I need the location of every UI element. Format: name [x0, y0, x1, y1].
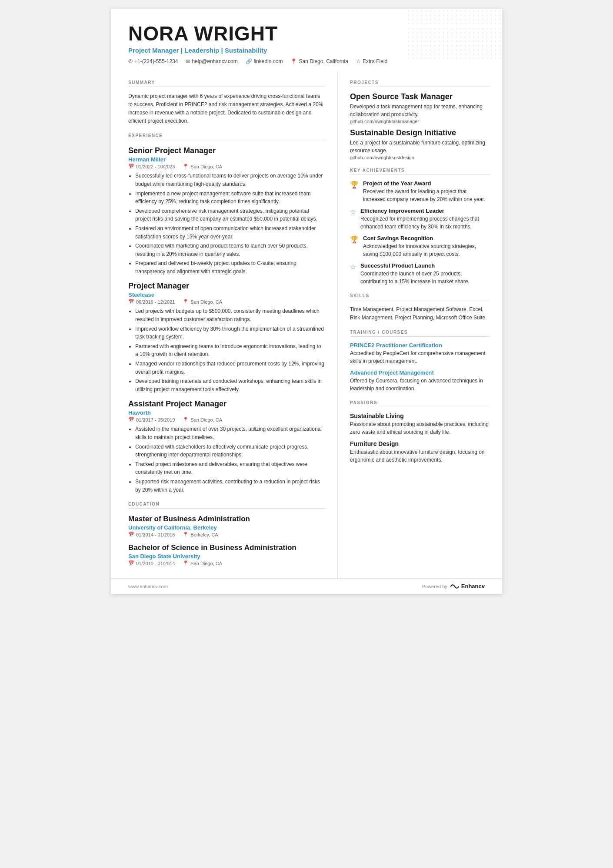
bullet-item: Developed training materials and conduct…: [135, 377, 325, 393]
contact-extra-text: Extra Field: [363, 58, 387, 64]
edu-degree-0: Master of Business Administration: [128, 515, 325, 523]
job-title-1: Project Manager: [128, 282, 325, 291]
star-icon-3: ☆: [350, 263, 356, 285]
job-company-1: Steelcase: [128, 292, 325, 298]
bullet-item: Successfully led cross-functional teams …: [135, 172, 325, 188]
edu-degree-1: Bachelor of Science in Business Administ…: [128, 543, 325, 552]
bullet-item: Coordinated with marketing and product t…: [135, 242, 325, 258]
summary-label: SUMMARY: [128, 80, 325, 87]
achievement-content-3: Successful Product Launch Coordinated th…: [360, 262, 490, 285]
contact-bar: ✆ +1-(234)-555-1234 ✉ help@enhancv.com 🔗…: [128, 58, 485, 64]
education-label: EDUCATION: [128, 502, 325, 509]
training-entry-0: PRINCE2 Practitioner Certification Accre…: [350, 342, 490, 365]
bullet-item: Improved workflow efficiency by 30% thro…: [135, 325, 325, 341]
enhancv-logo: Enhancv: [450, 583, 485, 590]
contact-linkedin: 🔗 linkedin.com: [246, 58, 283, 64]
contact-phone-text: +1-(234)-555-1234: [134, 58, 178, 64]
edu-meta-0: 📅 01/2014 - 01/2016 📍 Berkeley, CA: [128, 532, 325, 537]
passion-title-0: Sustainable Living: [350, 412, 490, 419]
job-location-1: 📍 San Diego, CA: [183, 299, 222, 305]
footer: www.enhancv.com Powered by Enhancv: [111, 578, 502, 594]
achievement-desc-2: Acknowledged for innovative sourcing str…: [363, 242, 490, 258]
achievement-content-2: Cost Savings Recognition Acknowledged fo…: [363, 235, 490, 258]
training-desc-1: Offered by Coursera, focusing on advance…: [350, 377, 490, 392]
job-entry-0: Senior Project Manager Herman Miller 📅 0…: [128, 146, 325, 275]
calendar-icon: 📅: [128, 164, 134, 169]
job-meta-0: 📅 01/2022 - 10/2023 📍 San Diego, CA: [128, 164, 325, 169]
project-link-1: github.com/nwright/sustdesign: [350, 155, 490, 160]
experience-label: EXPERIENCE: [128, 133, 325, 140]
job-company-2: Haworth: [128, 409, 325, 416]
passion-entry-0: Sustainable Living Passionate about prom…: [350, 412, 490, 436]
job-bullets-0: Successfully led cross-functional teams …: [128, 172, 325, 275]
location-icon-edu0: 📍: [183, 532, 189, 537]
passion-desc-1: Enthusiastic about innovative furniture …: [350, 448, 490, 464]
achievement-desc-3: Coordinated the launch of over 25 produc…: [360, 270, 490, 285]
phone-icon: ✆: [128, 58, 133, 64]
bullet-item: Developed comprehensive risk management …: [135, 207, 325, 223]
job-meta-1: 📅 06/2019 - 12/2021 📍 San Diego, CA: [128, 299, 325, 305]
contact-location-text: San Diego, California: [299, 58, 348, 64]
trophy-icon-2: 🏆: [350, 235, 359, 258]
bullet-item: Fostered an environment of open communic…: [135, 225, 325, 241]
job-bullets-2: Assisted in the management of over 30 pr…: [128, 425, 325, 494]
job-location-0: 📍 San Diego, CA: [183, 164, 222, 169]
job-location-2: 📍 San Diego, CA: [183, 417, 222, 422]
bullet-item: Tracked project milestones and deliverab…: [135, 460, 325, 476]
project-entry-1: Sustainable Design Initiative Led a proj…: [350, 128, 490, 160]
job-date-2: 📅 01/2017 - 05/2019: [128, 417, 175, 422]
training-desc-0: Accredited by PeopleCert for comprehensi…: [350, 349, 490, 365]
location-icon-job2: 📍: [183, 417, 189, 422]
bullet-item: Partnered with engineering teams to intr…: [135, 342, 325, 359]
link-icon: 🔗: [246, 58, 252, 64]
star-icon: ☆: [356, 58, 361, 64]
project-title-1: Sustainable Design Initiative: [350, 128, 490, 137]
project-link-0: github.com/nwright/taskmanager: [350, 119, 490, 124]
candidate-title: Project Manager | Leadership | Sustainab…: [128, 47, 485, 54]
training-title-0: PRINCE2 Practitioner Certification: [350, 342, 490, 349]
achievement-desc-0: Received the award for leading a project…: [363, 188, 490, 203]
contact-phone: ✆ +1-(234)-555-1234: [128, 58, 178, 64]
training-label: TRAINING / COURSES: [350, 330, 490, 337]
job-title-0: Senior Project Manager: [128, 146, 325, 155]
passion-title-1: Furniture Design: [350, 440, 490, 447]
enhancv-brand-name: Enhancv: [461, 583, 485, 590]
header-section: NORA WRIGHT Project Manager | Leadership…: [111, 9, 502, 71]
achievement-title-0: Project of the Year Award: [363, 180, 490, 187]
edu-entry-0: Master of Business Administration Univer…: [128, 515, 325, 537]
project-title-0: Open Source Task Manager: [350, 92, 490, 101]
contact-email: ✉ help@enhancv.com: [186, 58, 237, 64]
passion-desc-0: Passionate about promoting sustainable p…: [350, 420, 490, 436]
achievements-label: KEY ACHIEVEMENTS: [350, 168, 490, 175]
bullet-item: Implemented a new project management sof…: [135, 190, 325, 206]
project-desc-0: Developed a task management app for team…: [350, 103, 490, 119]
enhancv-logo-icon: [450, 583, 460, 590]
achievement-item-0: 🏆 Project of the Year Award Received the…: [350, 180, 490, 203]
location-icon-job0: 📍: [183, 164, 189, 169]
resume-container: NORA WRIGHT Project Manager | Leadership…: [111, 9, 502, 594]
powered-by-text: Powered by: [422, 584, 447, 589]
project-entry-0: Open Source Task Manager Developed a tas…: [350, 92, 490, 124]
bullet-item: Supported risk management activities, co…: [135, 478, 325, 494]
projects-label: PROJECTS: [350, 80, 490, 87]
job-company-0: Herman Miller: [128, 156, 325, 163]
edu-school-1: San Diego State University: [128, 553, 325, 560]
contact-extra: ☆ Extra Field: [356, 58, 387, 64]
right-column: PROJECTS Open Source Task Manager Develo…: [338, 71, 502, 579]
star-icon-1: ☆: [350, 208, 356, 231]
achievement-content-0: Project of the Year Award Received the a…: [363, 180, 490, 203]
achievement-content-1: Efficiency Improvement Leader Recognized…: [360, 208, 490, 231]
footer-website: www.enhancv.com: [128, 584, 168, 589]
training-title-1: Advanced Project Management: [350, 369, 490, 376]
job-entry-1: Project Manager Steelcase 📅 06/2019 - 12…: [128, 282, 325, 393]
location-icon-edu1: 📍: [183, 560, 189, 566]
achievement-item-3: ☆ Successful Product Launch Coordinated …: [350, 262, 490, 285]
footer-brand: Powered by Enhancv: [422, 583, 485, 590]
bullet-item: Managed vendor relationships that reduce…: [135, 360, 325, 376]
bullet-item: Coordinated with stakeholders to effecti…: [135, 443, 325, 459]
skills-text: Time Management, Project Management Soft…: [350, 305, 490, 322]
edu-location-0: 📍 Berkeley, CA: [183, 532, 218, 537]
skills-label: SKILLS: [350, 293, 490, 300]
calendar-icon: 📅: [128, 417, 134, 422]
bullet-item: Led projects with budgets up to $500,000…: [135, 307, 325, 323]
